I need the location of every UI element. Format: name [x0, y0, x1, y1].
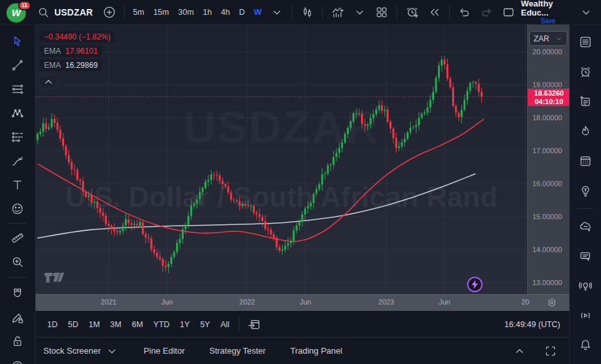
forecast-tool-button[interactable]	[8, 128, 27, 146]
emoji-icon	[10, 202, 25, 216]
session-clock[interactable]: 16:49:49 (UTC)	[505, 320, 563, 329]
price-tick: 20.00000	[528, 48, 570, 56]
timeframe-1w-active[interactable]: W	[249, 5, 266, 19]
fib-retracement-tool-button[interactable]	[8, 80, 27, 98]
indicators-button[interactable]	[327, 3, 349, 22]
candles-style-icon	[300, 5, 314, 19]
price-tick: 13.00000	[528, 279, 570, 286]
time-tick: 2023	[378, 298, 394, 306]
timeframe-4h[interactable]: 4h	[216, 5, 234, 19]
text-tool-button[interactable]	[8, 176, 27, 194]
range-1y[interactable]: 1Y	[175, 317, 195, 332]
drawing-mode-button[interactable]	[8, 308, 27, 327]
range-6m[interactable]: 6M	[127, 317, 148, 332]
price-axis[interactable]: ZAR 20.00000 19.00000 18.00000 17.00000 …	[527, 25, 569, 294]
go-to-date-button[interactable]	[243, 315, 265, 334]
chart-pane[interactable]: USDZAR U.S. Dollar / South African Rand …	[36, 25, 527, 294]
chart-style-button[interactable]	[296, 3, 318, 22]
layout-grid-button[interactable]	[371, 3, 393, 22]
range-5d[interactable]: 5D	[63, 317, 83, 332]
price-change-value: −0.34490 (−1.82%)	[44, 32, 111, 41]
scale-settings-button[interactable]	[546, 297, 558, 308]
ema-fast-row[interactable]: EMA17.96101	[39, 45, 102, 57]
last-price-value: 18.63260	[528, 89, 570, 98]
xabcd-pattern-tool-button[interactable]	[8, 104, 27, 122]
notifications-button[interactable]	[576, 336, 595, 354]
minds-button[interactable]	[576, 217, 595, 235]
timeframe-15m[interactable]: 15m	[149, 5, 173, 19]
timeframe-1h[interactable]: 1h	[199, 5, 217, 19]
notes-button[interactable]	[576, 92, 595, 111]
range-ytd[interactable]: YTD	[148, 317, 175, 332]
divider	[449, 5, 450, 19]
emoji-tool-button[interactable]	[8, 200, 27, 218]
alert-add-icon	[405, 5, 419, 19]
watchlist-button[interactable]	[576, 33, 595, 51]
tab-trading-panel[interactable]: Trading Panel	[290, 346, 342, 356]
legend-collapse-button[interactable]	[39, 75, 58, 89]
zoom-in-tool-button[interactable]	[8, 253, 27, 271]
range-1d[interactable]: 1D	[42, 317, 63, 332]
currency-selector[interactable]: ZAR	[529, 31, 567, 46]
chevron-down-icon	[105, 344, 119, 358]
layout-grid-icon	[375, 5, 389, 19]
hide-all-drawings-button[interactable]	[8, 356, 27, 364]
lightbulb-waves-icon	[578, 279, 593, 293]
timeframe-30m[interactable]: 30m	[173, 5, 198, 19]
maximize-icon	[543, 344, 558, 358]
save-label[interactable]: Save	[541, 17, 556, 25]
boost-lightning-button[interactable]	[467, 277, 483, 292]
timeframe-5m[interactable]: 5m	[129, 5, 149, 19]
ideas-live-button[interactable]	[576, 277, 595, 295]
thought-cloud-icon	[578, 219, 593, 233]
tab-pine-editor[interactable]: Pine Editor	[144, 346, 185, 356]
alerts-button[interactable]	[576, 63, 595, 81]
redo-button[interactable]	[475, 3, 497, 22]
main-area: USDZAR U.S. Dollar / South African Rand …	[36, 25, 569, 364]
measure-tool-button[interactable]	[8, 229, 27, 247]
search-icon	[36, 5, 50, 19]
open-panel-button[interactable]	[508, 341, 530, 361]
indicators-menu-button[interactable]	[349, 3, 371, 22]
undo-button[interactable]	[453, 3, 475, 22]
create-alert-button[interactable]	[401, 3, 423, 22]
calendar-icon	[578, 154, 593, 168]
cursor-tool-button[interactable]	[8, 32, 27, 50]
account-chevron-button[interactable]	[575, 3, 597, 22]
brush-tool-button[interactable]	[8, 152, 27, 170]
ema-slow-row[interactable]: EMA16.29869	[39, 59, 102, 71]
timeframe-1d[interactable]: D	[234, 5, 249, 19]
timeframe-menu-button[interactable]	[266, 3, 288, 22]
range-5y[interactable]: 5Y	[195, 317, 215, 332]
price-tick: 18.00000	[528, 114, 570, 122]
tradingview-logo[interactable]	[44, 272, 66, 286]
range-3m[interactable]: 3M	[105, 317, 126, 332]
range-1m[interactable]: 1M	[83, 317, 105, 332]
trend-line-tool-button[interactable]	[8, 56, 27, 74]
chart-row: USDZAR U.S. Dollar / South African Rand …	[36, 25, 569, 311]
chevron-down-icon	[555, 35, 563, 43]
streams-button[interactable]	[576, 306, 595, 325]
maximize-panel-button[interactable]	[540, 341, 562, 361]
tab-stock-screener[interactable]: Stock Screener	[43, 344, 119, 358]
save-layout-button[interactable]	[497, 3, 519, 22]
ideas-button[interactable]	[576, 182, 595, 200]
chat-button[interactable]	[576, 247, 595, 265]
chat-bubbles-icon	[578, 249, 593, 263]
lightbulb-icon	[578, 184, 593, 198]
bar-replay-button[interactable]	[423, 3, 445, 22]
compare-add-button[interactable]	[98, 3, 120, 22]
time-axis[interactable]: 2021 Jun 2022 Jun 2023 Jun 20	[36, 294, 569, 311]
tab-strategy-tester[interactable]: Strategy Tester	[209, 346, 265, 356]
calendar-button[interactable]	[576, 152, 595, 170]
range-all[interactable]: All	[215, 317, 235, 332]
app-logo[interactable]: W 11	[4, 1, 31, 23]
symbol-search-button[interactable]: USDZAR	[31, 3, 98, 22]
watchlist-icon	[578, 35, 593, 49]
right-sidebar	[569, 25, 601, 364]
magnet-tool-button[interactable]	[8, 284, 27, 303]
lock-all-drawings-button[interactable]	[8, 332, 27, 350]
divider	[577, 208, 594, 209]
account-menu[interactable]: Wealthy Educ... Save	[521, 0, 575, 25]
hotlists-button[interactable]	[576, 122, 595, 140]
